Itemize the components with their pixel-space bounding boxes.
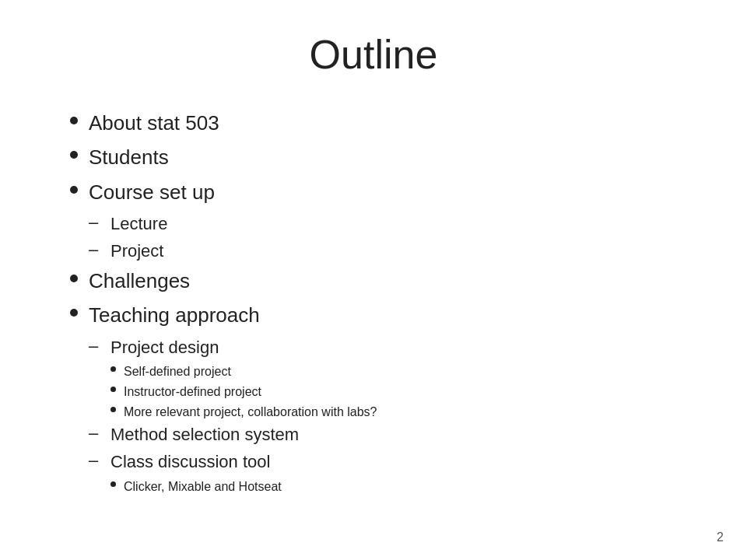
sub-item-list: – Lecture – Project — [89, 212, 700, 264]
list-item: – Project — [89, 240, 700, 264]
list-item: Students — [70, 143, 700, 171]
list-item: More relevant project, collaboration wit… — [110, 403, 700, 422]
bullet-dot-small — [110, 366, 116, 372]
page-number: 2 — [717, 530, 724, 544]
bullet-dot-small — [110, 407, 116, 412]
item-label: Teaching approach — [89, 301, 260, 329]
item-label: About stat 503 — [89, 109, 219, 137]
bullet-dot — [70, 275, 78, 282]
sub-item-label: Class discussion tool — [110, 450, 270, 474]
sub-item-label: Lecture — [110, 212, 167, 236]
dash-icon: – — [89, 212, 104, 233]
list-item: – Class discussion tool — [89, 450, 700, 474]
dash-icon: – — [89, 240, 104, 260]
sub-item-label: Method selection system — [110, 423, 299, 447]
list-item: Instructor-defined project — [110, 383, 700, 401]
bullet-dot-small — [110, 387, 116, 392]
slide: Outline About stat 503 Students Course s… — [0, 0, 747, 560]
bullet-dot — [70, 151, 78, 159]
list-item: Self-defined project — [110, 362, 700, 381]
list-item: Clicker, Mixable and Hotseat — [110, 478, 700, 496]
sub-sub-item-label: Instructor-defined project — [124, 383, 261, 401]
item-label: Students — [89, 143, 169, 171]
list-item: Teaching approach — [70, 301, 700, 329]
list-item: – Project design — [89, 336, 700, 360]
dash-icon: – — [89, 450, 104, 471]
content-area: About stat 503 Students Course set up – … — [47, 109, 700, 496]
sub-sub-item-list: Clicker, Mixable and Hotseat — [110, 478, 700, 496]
list-item: – Method selection system — [89, 423, 700, 447]
sub-item-label: Project design — [110, 336, 219, 360]
list-item: – Lecture — [89, 212, 700, 236]
list-item: Course set up — [70, 178, 700, 206]
list-item: Challenges — [70, 267, 700, 295]
item-label: Course set up — [89, 178, 215, 206]
sub-sub-item-label: Clicker, Mixable and Hotseat — [124, 478, 282, 496]
bullet-dot — [70, 186, 78, 194]
dash-icon: – — [89, 336, 104, 356]
sub-sub-item-label: More relevant project, collaboration wit… — [124, 403, 377, 422]
sub-item-label: Project — [110, 240, 163, 264]
sub-item-list: – Project design Self-defined project In… — [89, 336, 700, 496]
bullet-dot-small — [110, 481, 116, 487]
sub-sub-item-label: Self-defined project — [124, 362, 231, 381]
bullet-dot — [70, 117, 78, 124]
dash-icon: – — [89, 423, 104, 443]
sub-sub-item-list: Self-defined project Instructor-defined … — [110, 362, 700, 422]
item-label: Challenges — [89, 267, 190, 295]
bullet-dot — [70, 309, 78, 317]
list-item: About stat 503 — [70, 109, 700, 137]
slide-title: Outline — [47, 31, 700, 78]
